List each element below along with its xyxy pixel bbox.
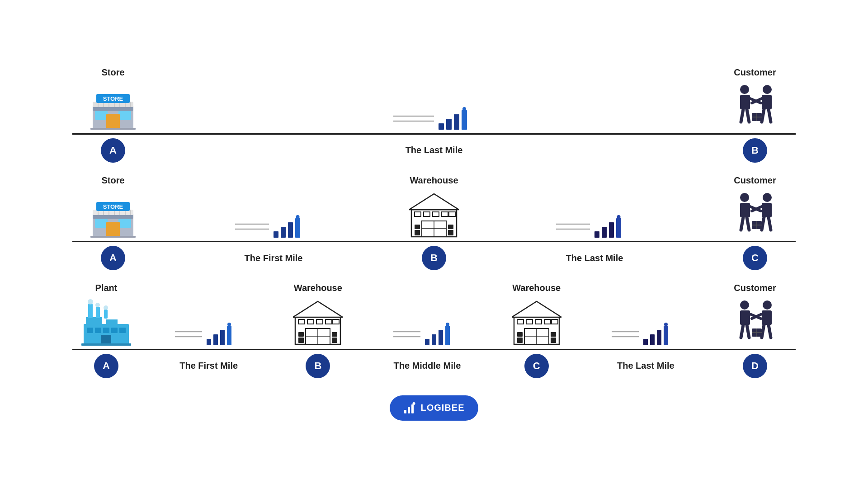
row1-labels: A The Last Mile B [72, 135, 796, 171]
warehouse-icon-3 [512, 297, 561, 347]
warehouse-2-label: Warehouse [294, 283, 342, 293]
warehouse-3-label: Warehouse [512, 283, 561, 293]
svg-line-84 [747, 217, 749, 230]
signal-bars-2a [233, 214, 314, 239]
customer-3-label: Customer [734, 283, 776, 293]
svg-rect-50 [106, 222, 120, 237]
plant-node-1: Plant [72, 283, 140, 347]
svg-rect-48 [95, 219, 108, 228]
plant-icon-1 [81, 297, 131, 347]
svg-rect-97 [96, 307, 100, 318]
svg-rect-69 [415, 225, 420, 229]
svg-line-167 [769, 325, 771, 338]
row3-labels: A The First Mile B The Middle Mile C The… [72, 350, 796, 386]
store-node-1: Store STORE [72, 67, 154, 131]
warehouse-1-label: Warehouse [410, 175, 458, 186]
svg-rect-65 [449, 212, 455, 216]
customer-2-label: Customer [734, 175, 776, 186]
svg-point-163 [763, 300, 772, 310]
badge-A-1: A [101, 138, 125, 163]
svg-rect-75 [594, 231, 599, 238]
svg-line-27 [747, 109, 749, 122]
svg-rect-105 [111, 328, 118, 333]
row2-labels: A The First Mile B The Last Mile C [72, 242, 796, 278]
svg-rect-134 [439, 330, 443, 345]
svg-rect-72 [448, 230, 453, 235]
mile-label-3c: The Last Mile [577, 361, 714, 371]
svg-rect-24 [740, 95, 750, 109]
svg-rect-77 [609, 222, 614, 238]
svg-point-80 [740, 193, 749, 202]
row-1: Store STORE [72, 67, 796, 171]
svg-rect-153 [643, 339, 648, 345]
customer-node-2: Customer [714, 175, 796, 239]
connector-2b [475, 214, 714, 239]
svg-rect-102 [87, 328, 93, 333]
svg-marker-117 [293, 301, 343, 317]
svg-rect-150 [551, 338, 556, 343]
svg-point-101 [104, 305, 108, 310]
svg-line-83 [741, 217, 743, 230]
svg-rect-107 [101, 335, 111, 344]
connector-3b [359, 322, 495, 347]
svg-point-23 [740, 85, 749, 94]
badge-C-2: C [743, 246, 767, 270]
svg-rect-111 [207, 339, 211, 345]
svg-point-136 [446, 323, 449, 326]
svg-point-79 [617, 215, 621, 219]
svg-rect-13 [118, 111, 131, 120]
mile-label-1: The Last Mile [154, 145, 714, 155]
svg-rect-106 [119, 328, 126, 333]
warehouse-node-3: Warehouse [496, 283, 577, 347]
svg-rect-78 [616, 218, 621, 238]
svg-rect-118 [298, 319, 305, 324]
signal-bars-3c [609, 322, 682, 347]
svg-rect-95 [106, 319, 118, 325]
svg-rect-49 [118, 219, 131, 228]
svg-rect-143 [552, 319, 558, 324]
customer-icon-2 [730, 189, 780, 239]
customer-node-1: Customer [714, 67, 796, 131]
svg-point-100 [95, 303, 100, 307]
svg-rect-133 [432, 334, 436, 345]
svg-rect-29 [762, 95, 772, 109]
customer-1-label: Customer [734, 67, 776, 78]
svg-marker-60 [409, 194, 459, 210]
mile-label-2a: The First Mile [154, 253, 393, 263]
badge-A-3: A [94, 354, 118, 378]
store-icon-1: STORE [88, 81, 138, 131]
svg-rect-142 [544, 319, 551, 324]
svg-point-158 [740, 300, 749, 310]
badge-C-3: C [524, 354, 549, 378]
svg-point-58 [296, 215, 300, 219]
svg-rect-147 [517, 332, 523, 337]
svg-point-85 [763, 193, 772, 202]
svg-rect-126 [298, 332, 304, 337]
logibee-brand-button[interactable]: LOGIBEE [390, 395, 478, 421]
svg-rect-20 [454, 114, 459, 130]
svg-point-28 [763, 85, 772, 94]
svg-line-26 [741, 109, 743, 122]
svg-line-161 [741, 325, 743, 338]
svg-rect-76 [602, 227, 607, 238]
connector-3a [140, 322, 277, 347]
svg-rect-61 [415, 212, 421, 216]
svg-line-162 [747, 325, 749, 338]
svg-rect-114 [227, 326, 231, 345]
svg-rect-120 [316, 319, 323, 324]
svg-line-166 [762, 325, 764, 338]
connector-3c [577, 322, 714, 347]
logibee-icon [403, 402, 416, 414]
svg-text:STORE: STORE [103, 203, 123, 210]
svg-rect-96 [88, 304, 93, 318]
logibee-brand-name: LOGIBEE [420, 403, 464, 413]
svg-rect-19 [446, 119, 452, 130]
badge-B-1: B [743, 138, 767, 163]
svg-marker-138 [512, 301, 561, 317]
warehouse-node-2: Warehouse [277, 283, 359, 347]
mile-label-3a: The First Mile [140, 361, 277, 371]
customer-icon-1 [730, 81, 780, 131]
warehouse-icon-1 [409, 189, 459, 239]
svg-rect-172 [408, 407, 410, 413]
svg-rect-104 [103, 328, 109, 333]
